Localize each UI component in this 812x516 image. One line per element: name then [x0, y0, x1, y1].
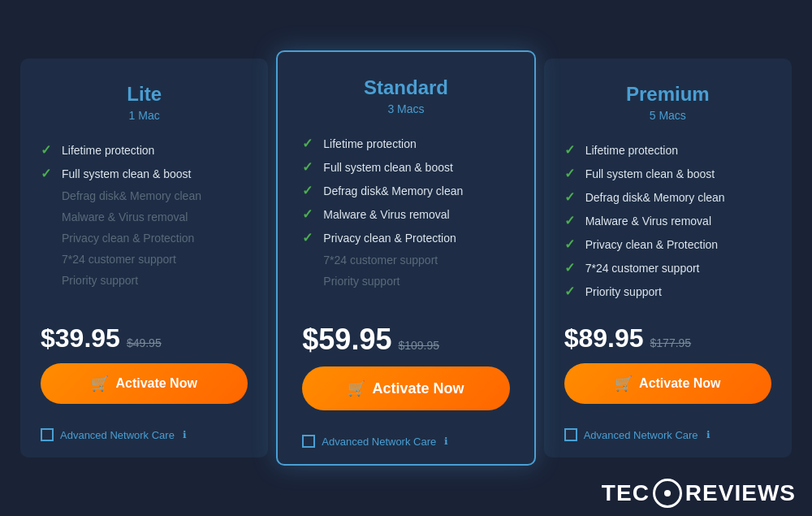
plan-subtitle-lite: 1 Mac: [41, 109, 248, 122]
feature-text: Lifetime protection: [585, 144, 678, 157]
feature-text: Privacy clean & Protection: [585, 238, 718, 251]
check-icon: ✓: [302, 183, 317, 198]
watermark-reviews: REVIEWS: [685, 480, 796, 506]
feature-item: ✓Malware & Virus removal: [564, 213, 771, 228]
price-original: $177.95: [650, 336, 692, 349]
check-icon: ✓: [302, 159, 317, 175]
activate-button-label: Activate Now: [115, 376, 197, 391]
feature-item: Privacy clean & Protection: [41, 232, 248, 245]
feature-text: Defrag disk& Memory clean: [323, 184, 463, 197]
cart-icon: 🛒: [91, 375, 109, 392]
activate-button-label: Activate Now: [639, 376, 720, 391]
check-icon: ✓: [564, 213, 579, 228]
watermark-logo-icon: [653, 479, 682, 508]
feature-text: Malware & Virus removal: [62, 210, 188, 223]
pricing-section-premium: $89.95$177.95🛒Activate Now: [564, 323, 771, 404]
feature-text: Full system clean & boost: [585, 167, 715, 180]
addon-section-premium: Advanced Network Careℹ: [564, 428, 771, 441]
cart-icon: 🛒: [348, 379, 365, 397]
features-list-standard: ✓Lifetime protection✓Full system clean &…: [302, 136, 509, 306]
watermark-inner-circle: [664, 490, 671, 496]
feature-item: ✓Lifetime protection: [564, 142, 771, 158]
feature-text: Lifetime protection: [62, 144, 154, 157]
pricing-section-standard: $59.95$109.95🛒Activate Now: [302, 323, 509, 410]
feature-text: Full system clean & boost: [62, 167, 192, 180]
activate-button-lite[interactable]: 🛒Activate Now: [41, 363, 248, 404]
plan-subtitle-standard: 3 Macs: [302, 102, 509, 115]
feature-item: ✓Full system clean & boost: [302, 159, 509, 175]
feature-item: ✓7*24 customer support: [564, 260, 771, 275]
plan-title-standard: Standard: [302, 76, 509, 99]
feature-text: Privacy clean & Protection: [62, 232, 194, 245]
pricing-section-lite: $39.95$49.95🛒Activate Now: [41, 323, 248, 404]
check-icon: ✓: [41, 142, 55, 158]
addon-label: Advanced Network Care: [584, 429, 698, 441]
activate-button-premium[interactable]: 🛒Activate Now: [564, 363, 771, 404]
feature-item: ✓Full system clean & boost: [564, 166, 771, 181]
price-row: $89.95$177.95: [564, 323, 771, 353]
feature-item: Defrag disk& Memory clean: [41, 189, 248, 202]
feature-text: Defrag disk& Memory clean: [585, 191, 725, 204]
price-main: $39.95: [41, 323, 120, 353]
feature-item: Malware & Virus removal: [41, 210, 248, 223]
feature-text: 7*24 customer support: [323, 254, 438, 267]
feature-item: ✓Lifetime protection: [41, 142, 248, 158]
feature-item: ✓Malware & Virus removal: [302, 206, 509, 222]
feature-item: ✓Full system clean & boost: [41, 166, 248, 181]
feature-text: 7*24 customer support: [62, 253, 176, 266]
check-icon: ✓: [302, 136, 317, 151]
feature-text: Lifetime protection: [323, 137, 416, 150]
plan-card-premium: Premium5 Macs✓Lifetime protection✓Full s…: [544, 59, 792, 457]
price-row: $39.95$49.95: [41, 323, 248, 353]
price-main: $59.95: [302, 323, 391, 357]
feature-item: ✓Lifetime protection: [302, 136, 509, 151]
activate-button-standard[interactable]: 🛒Activate Now: [302, 366, 509, 410]
activate-button-label: Activate Now: [372, 380, 464, 397]
addon-section-standard: Advanced Network Careℹ: [302, 435, 509, 448]
price-row: $59.95$109.95: [302, 323, 509, 357]
addon-section-lite: Advanced Network Careℹ: [41, 428, 248, 441]
addon-info-icon[interactable]: ℹ: [183, 429, 187, 440]
feature-item: ✓Priority support: [564, 284, 771, 299]
price-original: $109.95: [398, 339, 439, 352]
addon-checkbox[interactable]: [564, 428, 577, 441]
check-icon: ✓: [564, 260, 579, 275]
check-icon: ✓: [564, 236, 579, 252]
check-icon: ✓: [302, 230, 317, 245]
feature-item: ✓Defrag disk& Memory clean: [564, 189, 771, 205]
plan-title-premium: Premium: [564, 83, 771, 106]
feature-text: Defrag disk& Memory clean: [62, 189, 201, 202]
feature-text: Priority support: [585, 285, 662, 298]
feature-item: Priority support: [302, 275, 509, 288]
feature-text: Priority support: [323, 275, 400, 288]
addon-info-icon[interactable]: ℹ: [706, 429, 710, 440]
check-icon: ✓: [564, 142, 579, 158]
feature-item: ✓Privacy clean & Protection: [302, 230, 509, 245]
features-list-premium: ✓Lifetime protection✓Full system clean &…: [564, 142, 771, 307]
check-icon: ✓: [302, 206, 317, 222]
check-icon: ✓: [564, 284, 579, 299]
plan-card-standard: Standard3 Macs✓Lifetime protection✓Full …: [276, 50, 535, 466]
feature-item: 7*24 customer support: [302, 254, 509, 267]
cart-icon: 🛒: [615, 375, 633, 392]
price-main: $89.95: [564, 323, 644, 353]
feature-text: Full system clean & boost: [323, 161, 453, 174]
addon-checkbox[interactable]: [41, 428, 54, 441]
pricing-container: Lite1 Mac✓Lifetime protection✓Full syste…: [8, 34, 804, 482]
feature-text: Malware & Virus removal: [585, 215, 711, 228]
features-list-lite: ✓Lifetime protection✓Full system clean &…: [41, 142, 248, 307]
watermark-tec: TEC: [602, 480, 650, 506]
feature-text: Privacy clean & Protection: [323, 232, 456, 245]
plan-card-lite: Lite1 Mac✓Lifetime protection✓Full syste…: [20, 59, 268, 457]
check-icon: ✓: [564, 166, 579, 181]
feature-item: ✓Defrag disk& Memory clean: [302, 183, 509, 198]
addon-checkbox[interactable]: [302, 435, 315, 448]
plan-title-lite: Lite: [41, 83, 248, 106]
watermark: TEC REVIEWS: [602, 479, 796, 508]
addon-info-icon[interactable]: ℹ: [444, 436, 448, 447]
addon-label: Advanced Network Care: [60, 429, 175, 441]
plan-subtitle-premium: 5 Macs: [564, 109, 771, 122]
addon-label: Advanced Network Care: [322, 436, 436, 448]
check-icon: ✓: [564, 189, 579, 205]
feature-item: 7*24 customer support: [41, 253, 248, 266]
